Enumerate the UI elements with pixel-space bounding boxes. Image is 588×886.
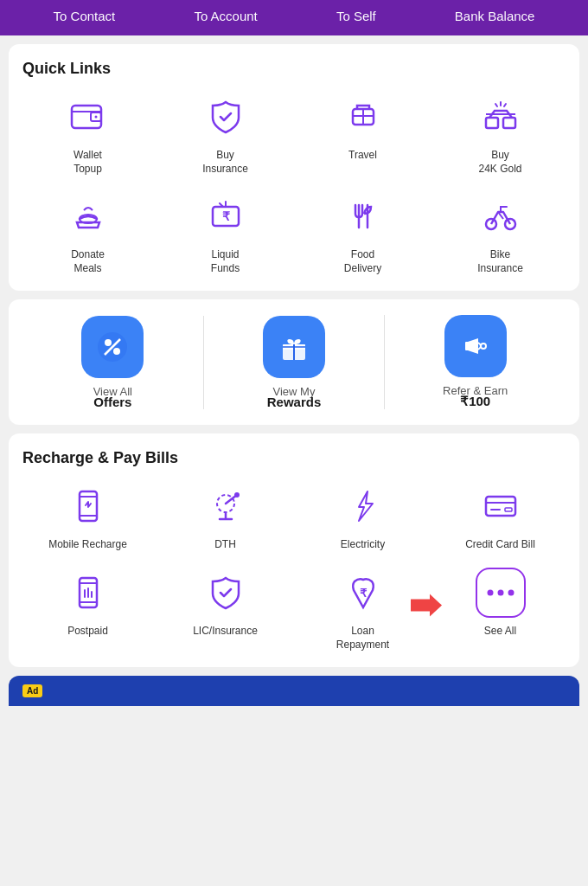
svg-rect-37 (486, 497, 515, 516)
ql-travel-label: Travel (348, 149, 377, 163)
rc-lic[interactable]: LIC/Insurance (160, 568, 291, 652)
recharge-grid: Mobile Recharge DTH Electr (22, 481, 566, 652)
gold-icon (476, 92, 526, 142)
quick-links-card: Quick Links WalletTopup BuyI (9, 44, 579, 291)
ql-food-label: FoodDelivery (344, 248, 381, 275)
recharge-title: Recharge & Pay Bills (22, 449, 566, 467)
dth-icon (201, 481, 251, 531)
rc-credit-label: Credit Card Bill (465, 538, 535, 552)
rc-mobile-label: Mobile Recharge (48, 538, 127, 552)
top-nav: To Contact To Account To Self Bank Balan… (0, 0, 588, 35)
insurance-icon (201, 92, 251, 142)
rc-loan[interactable]: ₹ LoanRepayment (297, 568, 428, 652)
svg-point-50 (497, 589, 503, 595)
ql-food-delivery[interactable]: FoodDelivery (297, 191, 428, 275)
wallet-icon (63, 92, 113, 142)
rc-loan-label: LoanRepayment (336, 625, 389, 652)
ql-wallet-label: WalletTopup (74, 149, 102, 176)
svg-rect-27 (465, 342, 470, 350)
offers-card: View All Offers View My Rewards (9, 299, 579, 425)
see-all-dots-icon (476, 568, 526, 618)
rc-mobile-recharge[interactable]: Mobile Recharge (22, 481, 153, 552)
ql-donate-meals[interactable]: DonateMeals (22, 191, 153, 275)
ql-gold[interactable]: Buy24K Gold (435, 92, 566, 176)
arrow-right-icon (411, 592, 442, 621)
quick-links-title: Quick Links (22, 60, 566, 78)
ql-gold-label: Buy24K Gold (478, 149, 521, 176)
offers-rewards[interactable]: View My Rewards (203, 316, 385, 409)
svg-rect-7 (503, 118, 515, 128)
ql-funds-label: LiquidFunds (211, 248, 240, 275)
ql-bike-insurance[interactable]: BikeInsurance (435, 191, 566, 275)
ql-donate-label: DonateMeals (71, 248, 105, 275)
percent-icon (81, 316, 144, 378)
rc-dth-label: DTH (214, 538, 236, 552)
rc-electricity[interactable]: Electricity (297, 481, 428, 552)
food-icon (338, 191, 388, 241)
ql-buy-insurance[interactable]: BuyInsurance (160, 92, 291, 176)
megaphone-icon (444, 315, 507, 377)
rc-dth[interactable]: DTH (160, 481, 291, 552)
svg-line-10 (504, 104, 506, 106)
svg-rect-6 (486, 118, 498, 128)
rc-electricity-label: Electricity (341, 538, 385, 552)
loan-icon: ₹ (338, 568, 388, 618)
ad-bar[interactable]: Ad (9, 676, 579, 706)
mobile-recharge-icon (63, 481, 113, 531)
nav-to-contact[interactable]: To Contact (54, 9, 116, 23)
lic-icon (201, 568, 251, 618)
quick-links-grid: WalletTopup BuyInsurance T (22, 92, 566, 275)
offers-row: View All Offers View My Rewards (22, 315, 566, 409)
nav-to-account[interactable]: To Account (194, 9, 257, 23)
postpaid-icon (63, 568, 113, 618)
svg-point-28 (481, 343, 486, 349)
rc-postpaid-label: Postpaid (67, 625, 108, 639)
svg-marker-48 (411, 594, 442, 616)
rewards-label-bottom: Rewards (267, 395, 322, 409)
offers-refer-earn[interactable]: Refer & Earn ₹100 (384, 315, 566, 409)
svg-text:₹: ₹ (221, 209, 229, 223)
ql-insurance-label: BuyInsurance (202, 149, 248, 176)
nav-bank-balance[interactable]: Bank Balance (455, 9, 535, 23)
svg-point-51 (508, 589, 514, 595)
svg-point-49 (487, 589, 493, 595)
svg-line-11 (495, 104, 497, 106)
travel-icon (338, 92, 388, 142)
ql-wallet-topup[interactable]: WalletTopup (22, 92, 153, 176)
rc-see-all-label: See All (484, 625, 516, 639)
electricity-icon (338, 481, 388, 531)
rc-credit-card[interactable]: Credit Card Bill (435, 481, 566, 552)
ql-travel[interactable]: Travel (297, 92, 428, 176)
svg-point-34 (234, 492, 240, 498)
ad-badge: Ad (22, 684, 42, 697)
recharge-bills-card: Recharge & Pay Bills Mobile Recharge (9, 433, 579, 667)
rc-lic-label: LIC/Insurance (193, 625, 258, 639)
funds-icon: ₹ (201, 191, 251, 241)
svg-point-2 (94, 116, 97, 119)
rc-see-all[interactable]: See All (435, 568, 566, 652)
svg-point-20 (105, 339, 112, 346)
rc-postpaid[interactable]: Postpaid (22, 568, 153, 652)
svg-text:₹: ₹ (360, 587, 368, 600)
bike-icon (476, 191, 526, 241)
nav-to-self[interactable]: To Self (336, 9, 376, 23)
ql-bike-label: BikeInsurance (477, 248, 523, 275)
ql-liquid-funds[interactable]: ₹ LiquidFunds (160, 191, 291, 275)
gift-icon (263, 316, 325, 378)
offers-view-all[interactable]: View All Offers (22, 316, 203, 409)
creditcard-icon (476, 481, 526, 531)
svg-point-21 (113, 348, 120, 355)
svg-rect-39 (505, 508, 512, 511)
offers-label-bottom: Offers (93, 395, 132, 409)
donate-icon (63, 191, 113, 241)
